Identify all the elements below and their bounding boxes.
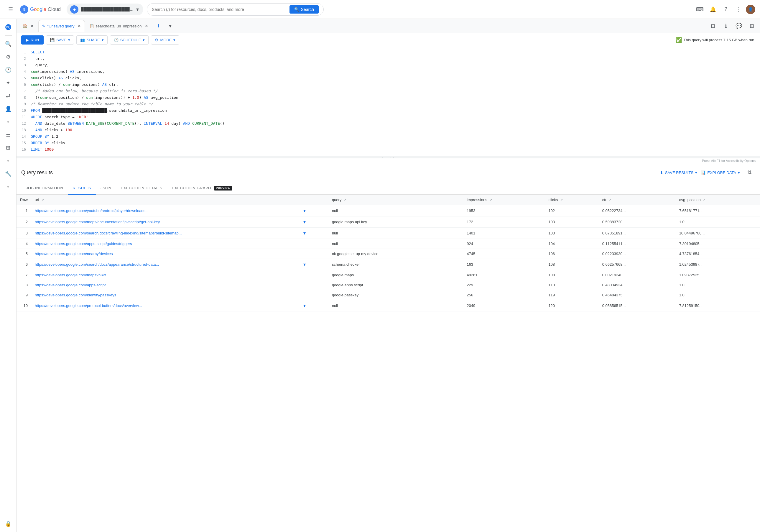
chat-tab-button[interactable]: 💬 bbox=[733, 20, 745, 32]
cell-impressions: 4745 bbox=[463, 249, 545, 259]
save-results-button[interactable]: ⬇ SAVE RESULTS ▾ bbox=[660, 170, 697, 175]
info-tab-button[interactable]: ℹ bbox=[720, 20, 732, 32]
code-line-5[interactable]: 5sum(clicks) AS clicks, bbox=[17, 75, 760, 82]
expand-button[interactable]: ▾ bbox=[302, 230, 307, 236]
tab-execution-graph[interactable]: EXECUTION GRAPH PREVIEW bbox=[167, 182, 237, 195]
google-cloud-logo[interactable]: G Google Cloud bbox=[20, 5, 61, 14]
code-line-11[interactable]: 11WHERE search_type = 'WEB' bbox=[17, 115, 760, 121]
sidebar-item-search[interactable]: 🔍 bbox=[2, 38, 14, 50]
save-button[interactable]: 💾 SAVE ▾ bbox=[46, 35, 74, 45]
tab-close-unsaved[interactable]: ✕ bbox=[77, 24, 81, 28]
cell-expand[interactable] bbox=[299, 239, 328, 249]
sidebar-item-starred[interactable]: ✦ bbox=[2, 77, 14, 89]
share-chevron-icon: ▾ bbox=[102, 38, 104, 42]
tab-unsaved-query[interactable]: ✎ *Unsaved query ✕ bbox=[38, 20, 85, 32]
sidebar-item-history[interactable]: 🕐 bbox=[2, 64, 14, 76]
add-tab-button[interactable]: + bbox=[154, 21, 163, 31]
explore-data-button[interactable]: 📊 EXPLORE DATA ▾ bbox=[701, 170, 740, 175]
tab-execution-details[interactable]: EXECUTION DETAILS bbox=[116, 182, 167, 195]
share-button[interactable]: 👥 SHARE ▾ bbox=[76, 35, 108, 45]
col-url: url ↗ bbox=[31, 195, 299, 205]
line-code-13: AND clicks > 100 bbox=[31, 128, 760, 132]
expand-button[interactable]: ▾ bbox=[302, 262, 307, 267]
cell-ctr: 0.02233930... bbox=[599, 249, 676, 259]
layout-tab-button[interactable]: ⊞ bbox=[746, 20, 758, 32]
tab-searchdata[interactable]: 📋 searchdata_url_impression ✕ bbox=[85, 20, 152, 32]
sidebar-item-lock[interactable]: 🔒 bbox=[2, 518, 14, 530]
code-line-3[interactable]: 3 query, bbox=[17, 63, 760, 69]
tab-job-information[interactable]: JOB INFORMATION bbox=[21, 182, 68, 195]
line-code-1: SELECT bbox=[31, 50, 760, 54]
code-line-1[interactable]: 1SELECT bbox=[17, 50, 760, 56]
code-line-9[interactable]: 9/* Remember to update the table name to… bbox=[17, 101, 760, 108]
data-table-container[interactable]: Row url ↗ query ↗ impressions ↗ clicks ↗… bbox=[17, 195, 760, 532]
sidebar-item-list[interactable]: ☰ bbox=[2, 129, 14, 141]
save-chevron-icon: ▾ bbox=[68, 38, 70, 42]
code-line-8[interactable]: 8 ((sum(sum_position) / sum(impressions)… bbox=[17, 95, 760, 101]
line-number-7: 7 bbox=[17, 89, 31, 93]
cell-impressions: 256 bbox=[463, 290, 545, 300]
code-line-10[interactable]: 10FROM ████████████████████████████.sear… bbox=[17, 108, 760, 115]
sidebar-item-bq[interactable]: BQ bbox=[2, 21, 14, 33]
terminal-icon-button[interactable]: ⌨ bbox=[694, 4, 706, 15]
cell-row-num: 7 bbox=[17, 270, 31, 280]
cell-expand[interactable]: ▾ bbox=[299, 217, 328, 228]
more-button[interactable]: ⚙ MORE ▾ bbox=[151, 35, 179, 45]
cell-expand[interactable] bbox=[299, 249, 328, 259]
cell-expand[interactable] bbox=[299, 290, 328, 300]
code-line-7[interactable]: 7 /* Added one below, because position i… bbox=[17, 88, 760, 95]
search-button[interactable]: 🔍 Search bbox=[290, 5, 319, 14]
col-clicks: clicks ↗ bbox=[545, 195, 598, 205]
sidebar-item-transfers[interactable]: ⇄ bbox=[2, 90, 14, 102]
code-line-12[interactable]: 12 AND data_date BETWEEN DATE_SUB(CURREN… bbox=[17, 121, 760, 127]
user-avatar[interactable]: 👤 bbox=[746, 5, 755, 14]
expand-button[interactable]: ▾ bbox=[302, 208, 307, 214]
sidebar-item-wrench[interactable]: 🔧 bbox=[2, 168, 14, 179]
code-editor[interactable]: 1SELECT2 url,3 query,4sum(impressions) A… bbox=[17, 47, 760, 156]
tab-results[interactable]: RESULTS bbox=[68, 182, 96, 195]
cell-expand[interactable]: ▾ bbox=[299, 205, 328, 217]
hamburger-menu-button[interactable]: ☰ bbox=[5, 4, 17, 15]
code-line-4[interactable]: 4sum(impressions) AS impressions, bbox=[17, 69, 760, 75]
project-selector[interactable]: ◆ ██████████████████████ ▾ bbox=[67, 4, 143, 15]
tab-close-searchdata[interactable]: ✕ bbox=[145, 24, 148, 28]
results-expand-button[interactable]: ⇅ bbox=[743, 167, 755, 178]
notifications-button[interactable]: 🔔 bbox=[707, 4, 719, 15]
schedule-chevron-icon: ▾ bbox=[143, 38, 145, 42]
cell-expand[interactable] bbox=[299, 280, 328, 290]
cell-expand[interactable] bbox=[299, 270, 328, 280]
code-line-15[interactable]: 15ORDER BY clicks bbox=[17, 140, 760, 147]
code-line-14[interactable]: 14GROUP BY 1,2 bbox=[17, 134, 760, 140]
tab-close-home[interactable]: ✕ bbox=[30, 24, 34, 28]
line-code-4: sum(impressions) AS impressions, bbox=[31, 69, 760, 74]
results-table: Row url ↗ query ↗ impressions ↗ clicks ↗… bbox=[17, 195, 760, 312]
cell-expand[interactable]: ▾ bbox=[299, 300, 328, 312]
tab-json[interactable]: JSON bbox=[96, 182, 116, 195]
code-line-16[interactable]: 16LIMIT 1000 bbox=[17, 147, 760, 153]
cell-url: https://developers.google.com/search/doc… bbox=[31, 259, 299, 270]
expand-button[interactable]: ▾ bbox=[302, 219, 307, 225]
code-line-13[interactable]: 13 AND clicks > 100 bbox=[17, 127, 760, 134]
sidebar-item-people[interactable]: 👤 bbox=[2, 103, 14, 115]
tab-home[interactable]: 🏠 ✕ bbox=[19, 20, 38, 32]
schedule-button[interactable]: 🕐 SCHEDULE ▾ bbox=[110, 35, 149, 45]
tab-menu-button[interactable]: ▾ bbox=[165, 20, 176, 32]
expand-button[interactable]: ▾ bbox=[302, 303, 307, 309]
code-line-2[interactable]: 2 url, bbox=[17, 56, 760, 63]
cell-expand[interactable]: ▾ bbox=[299, 228, 328, 239]
run-button[interactable]: ▶ RUN bbox=[21, 35, 44, 45]
sidebar-item-filter[interactable]: ⚙ bbox=[2, 51, 14, 63]
cell-expand[interactable]: ▾ bbox=[299, 259, 328, 270]
run-label: RUN bbox=[31, 38, 39, 42]
more-options-button[interactable]: ⋮ bbox=[733, 4, 745, 15]
cell-avg-position: 16.04496780... bbox=[676, 228, 760, 239]
results-title: Query results bbox=[21, 169, 53, 176]
line-number-2: 2 bbox=[17, 56, 31, 61]
search-input[interactable] bbox=[152, 7, 287, 12]
resize-handle[interactable]: · · · · · bbox=[17, 156, 760, 158]
open-new-tab-button[interactable]: ⊡ bbox=[707, 20, 719, 32]
sidebar-item-dashboard[interactable]: ⊞ bbox=[2, 142, 14, 154]
help-button[interactable]: ? bbox=[720, 4, 732, 15]
cell-query: null bbox=[328, 300, 463, 312]
code-line-6[interactable]: 6sum(clicks) / sum(impressions) AS ctr, bbox=[17, 82, 760, 88]
